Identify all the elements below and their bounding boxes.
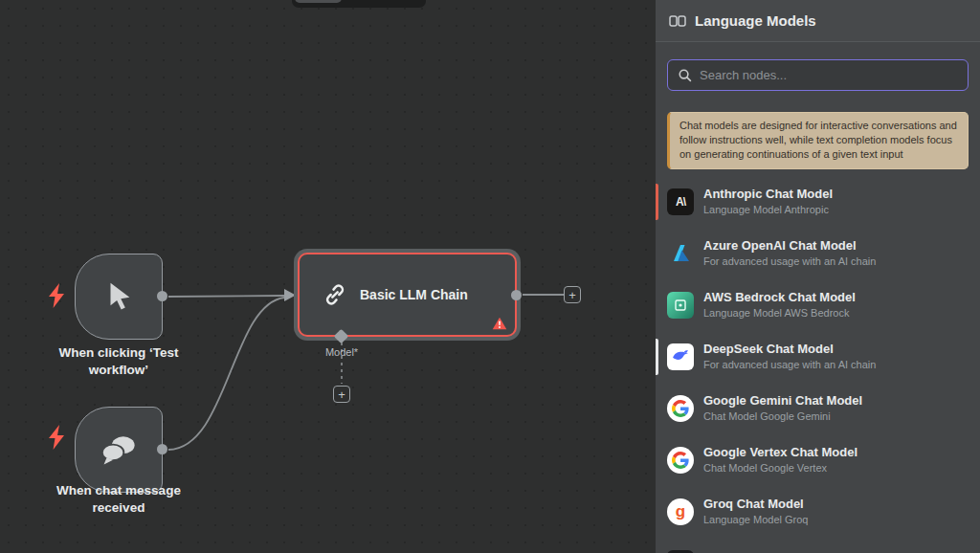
tab-editor[interactable]: Editor <box>295 0 342 3</box>
model-name: DeepSeek Chat Model <box>703 342 876 357</box>
model-desc: For advanced usage with an AI chain <box>703 359 876 371</box>
model-item-aws-bedrock[interactable]: AWS Bedrock Chat Model Language Model AW… <box>656 279 980 331</box>
model-name: Azure OpenAI Chat Model <box>703 238 876 254</box>
model-name: Groq Chat Model <box>703 497 808 512</box>
azure-logo-icon <box>667 240 694 267</box>
search-box[interactable] <box>667 59 969 91</box>
mistral-logo-icon <box>667 550 694 553</box>
node-label-chat-trigger: When chat message received <box>42 482 195 516</box>
node-basic-llm-chain[interactable]: Basic LLM Chain <box>298 253 517 337</box>
model-desc: Language Model AWS Bedrock <box>703 307 856 320</box>
chat-models-notice: Chat models are designed for interactive… <box>667 112 969 169</box>
hover-accent-bar <box>656 184 658 220</box>
model-text: Groq Chat Model Language Model Groq <box>703 497 808 527</box>
panel-header: Language Models <box>656 0 980 42</box>
add-model-button[interactable]: + <box>333 386 350 403</box>
add-next-node-button[interactable]: + <box>564 286 581 303</box>
model-name: Google Gemini Chat Model <box>703 393 862 409</box>
warning-icon <box>492 317 507 330</box>
model-name: Anthropic Chat Model <box>703 187 833 202</box>
cursor-icon <box>102 280 135 313</box>
node-title: Basic LLM Chain <box>360 287 468 302</box>
model-name: Google Vertex Chat Model <box>703 445 858 460</box>
model-item-google-gemini[interactable]: Google Gemini Chat Model Chat Model Goog… <box>656 383 980 434</box>
model-item-mistral[interactable]: Mistral Cloud Chat Model <box>656 538 980 553</box>
model-item-groq[interactable]: g Groq Chat Model Language Model Groq <box>656 486 980 538</box>
output-port-chat-trigger[interactable] <box>157 444 167 454</box>
aws-bedrock-logo-icon <box>667 292 694 319</box>
nodes-panel: Language Models Chat models are designed… <box>656 0 980 553</box>
model-name: AWS Bedrock Chat Model <box>703 290 856 305</box>
deepseek-logo-icon <box>667 343 694 370</box>
screen: Editor Executions When clicking ‘Test wo… <box>0 0 980 553</box>
model-text: Google Vertex Chat Model Chat Model Goog… <box>703 445 858 476</box>
trigger-bolt-icon <box>48 283 65 308</box>
model-port-label: Model* <box>313 346 370 358</box>
trigger-bolt-icon <box>48 425 65 450</box>
google-logo-icon <box>667 395 694 422</box>
node-chat-trigger[interactable] <box>75 407 163 493</box>
chain-link-icon <box>323 282 347 307</box>
model-desc: Language Model Anthropic <box>703 204 833 216</box>
model-text: DeepSeek Chat Model For advanced usage w… <box>703 342 876 372</box>
anthropic-logo-icon: A\ <box>667 188 694 215</box>
editor-tab-switcher: Editor Executions <box>292 0 426 8</box>
node-manual-trigger[interactable] <box>75 254 163 340</box>
model-desc: Language Model Groq <box>703 514 808 526</box>
output-port-llm-chain[interactable] <box>511 290 522 300</box>
model-text: Anthropic Chat Model Language Model Anth… <box>703 187 833 217</box>
model-list: A\ Anthropic Chat Model Language Model A… <box>656 176 980 553</box>
model-text: Azure OpenAI Chat Model For advanced usa… <box>703 238 876 269</box>
groq-logo-icon: g <box>667 498 694 525</box>
model-text: AWS Bedrock Chat Model Language Model AW… <box>703 290 856 321</box>
panel-title: Language Models <box>695 12 816 29</box>
search-input[interactable] <box>700 68 958 82</box>
chat-bubbles-icon <box>100 433 137 466</box>
model-desc: Chat Model Google Vertex <box>703 462 858 475</box>
google-logo-icon <box>667 447 694 474</box>
node-label-manual-trigger: When clicking ‘Test workflow’ <box>42 344 195 378</box>
workflow-canvas[interactable]: Editor Executions When clicking ‘Test wo… <box>0 0 656 553</box>
model-item-anthropic[interactable]: A\ Anthropic Chat Model Language Model A… <box>656 176 980 228</box>
hover-accent-bar <box>656 339 658 375</box>
language-models-icon <box>669 14 686 28</box>
model-item-google-vertex[interactable]: Google Vertex Chat Model Chat Model Goog… <box>656 434 980 486</box>
output-port-manual-trigger[interactable] <box>157 291 167 301</box>
model-desc: For advanced usage with an AI chain <box>703 255 876 268</box>
search-icon <box>678 68 692 82</box>
model-desc: Chat Model Google Gemini <box>703 410 862 423</box>
model-item-deepseek[interactable]: DeepSeek Chat Model For advanced usage w… <box>656 331 980 383</box>
tab-executions[interactable]: Executions <box>345 0 415 3</box>
model-item-azure-openai[interactable]: Azure OpenAI Chat Model For advanced usa… <box>656 228 980 279</box>
model-text: Google Gemini Chat Model Chat Model Goog… <box>703 393 862 424</box>
